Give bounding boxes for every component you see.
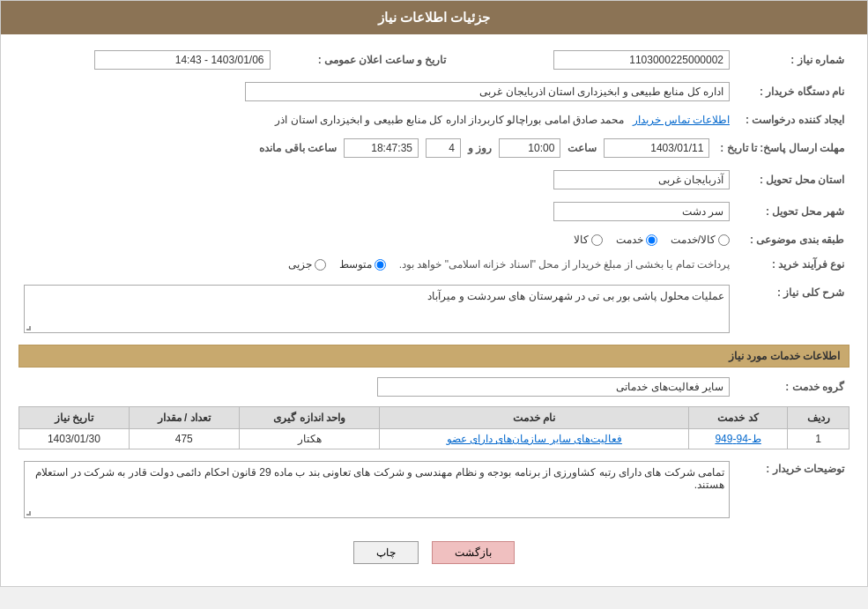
- creator-value: محمد صادق امامی بوراچالو کاربرداز اداره …: [275, 114, 624, 126]
- category-kala-radio[interactable]: [591, 234, 603, 246]
- col-date: تاریخ نیاز: [19, 407, 130, 429]
- print-button[interactable]: چاپ: [353, 541, 419, 564]
- deadline-remaining-label: ساعت باقی مانده: [259, 142, 337, 154]
- col-code: کد خدمت: [688, 407, 787, 429]
- col-name: نام خدمت: [380, 407, 688, 429]
- purchase-jozee-radio[interactable]: [315, 259, 326, 271]
- button-row: بازگشت چاپ: [19, 528, 849, 573]
- page-title: جزئیات اطلاعات نیاز: [378, 10, 490, 25]
- province-value: آذربایجان غربی: [553, 170, 730, 189]
- purchase-jozee-option[interactable]: جزیی: [288, 258, 326, 271]
- buyer-notes-value: تمامی شرکت های دارای رتبه کشاورزی از برن…: [35, 466, 724, 491]
- need-desc-label: شرح کلی نیاز :: [735, 282, 849, 336]
- table-row: 1ط-94-949فعالیت‌های سایر سازمان‌های دارا…: [19, 429, 849, 449]
- deadline-label: مهلت ارسال پاسخ: تا تاریخ :: [715, 136, 849, 160]
- services-section-label: اطلاعات خدمات مورد نیاز: [729, 350, 840, 362]
- purchase-motavasset-option[interactable]: متوسط: [339, 258, 386, 271]
- category-khadamat-option[interactable]: خدمت: [616, 234, 657, 246]
- category-kala-khadamat-radio[interactable]: [718, 234, 730, 246]
- deadline-date: 1403/01/11: [604, 138, 709, 158]
- purchase-motavasset-radio[interactable]: [375, 259, 386, 271]
- need-number-value: 1103000225000002: [553, 50, 730, 70]
- need-desc-box: عملیات محلول پاشی بور بی تی در شهرستان ه…: [24, 285, 730, 333]
- category-label: طبقه بندی موضوعی :: [735, 231, 849, 249]
- province-label: استان محل تحویل :: [735, 167, 849, 192]
- category-kala-khadamat-option[interactable]: کالا/خدمت: [671, 234, 730, 246]
- category-khadamat-label: خدمت: [616, 234, 643, 246]
- buyer-notes-label: توضیحات خریدار :: [735, 458, 849, 521]
- purchase-type-label: نوع فرآیند خرید :: [735, 256, 849, 273]
- col-qty: تعداد / مقدار: [129, 407, 239, 429]
- col-unit: واحد اندازه گیری: [239, 407, 380, 429]
- deadline-day-label: روز و: [468, 142, 492, 154]
- announcement-value: 1403/01/06 - 14:43: [94, 50, 271, 70]
- buyer-org-value: اداره کل منابع طبیعی و ابخیزداری استان ا…: [245, 82, 730, 101]
- cell-row: 1: [788, 429, 849, 449]
- city-label: شهر محل تحویل :: [735, 199, 849, 224]
- cell-name[interactable]: فعالیت‌های سایر سازمان‌های دارای عضو: [380, 429, 688, 449]
- creator-link[interactable]: اطلاعات تماس خریدار: [633, 114, 730, 126]
- category-kala-option[interactable]: کالا: [574, 234, 603, 246]
- purchase-motavasset-label: متوسط: [339, 258, 372, 271]
- cell-unit: هکتار: [239, 429, 380, 449]
- deadline-remaining: 18:47:35: [344, 138, 419, 158]
- cell-date: 1403/01/30: [19, 429, 130, 449]
- page-header: جزئیات اطلاعات نیاز: [1, 1, 867, 34]
- deadline-time-label: ساعت: [568, 142, 597, 154]
- purchase-note: پرداخت تمام یا بخشی از مبلغ خریدار از مح…: [399, 258, 730, 271]
- category-kala-label: کالا: [574, 234, 589, 246]
- purchase-jozee-label: جزیی: [288, 258, 312, 271]
- resize-handle-notes[interactable]: [26, 511, 31, 516]
- cell-code[interactable]: ط-94-949: [688, 429, 787, 449]
- service-group-label: گروه خدمت :: [735, 375, 849, 399]
- deadline-time: 10:00: [499, 138, 560, 158]
- city-value: سر دشت: [553, 202, 730, 221]
- buyer-org-label: نام دستگاه خریدار :: [735, 79, 849, 104]
- resize-handle[interactable]: [26, 326, 31, 330]
- announcement-label: تاریخ و ساعت اعلان عمومی :: [276, 48, 452, 72]
- service-group-value: سایر فعالیت‌های خدماتی: [377, 377, 730, 397]
- deadline-days: 4: [426, 138, 461, 158]
- buyer-notes-box: تمامی شرکت های دارای رتبه کشاورزی از برن…: [24, 461, 730, 518]
- back-button[interactable]: بازگشت: [432, 541, 515, 564]
- creator-label: ایجاد کننده درخواست :: [735, 111, 849, 129]
- services-section-header: اطلاعات خدمات مورد نیاز: [19, 345, 849, 368]
- cell-quantity: 475: [129, 429, 239, 449]
- services-table: ردیف کد خدمت نام خدمت واحد اندازه گیری ت…: [19, 406, 849, 449]
- need-desc-value: عملیات محلول پاشی بور بی تی در شهرستان ه…: [427, 290, 724, 302]
- need-number-label: شماره نیاز :: [735, 48, 849, 72]
- category-kala-khadamat-label: کالا/خدمت: [671, 234, 716, 246]
- category-khadamat-radio[interactable]: [646, 234, 657, 246]
- col-row: ردیف: [788, 407, 849, 429]
